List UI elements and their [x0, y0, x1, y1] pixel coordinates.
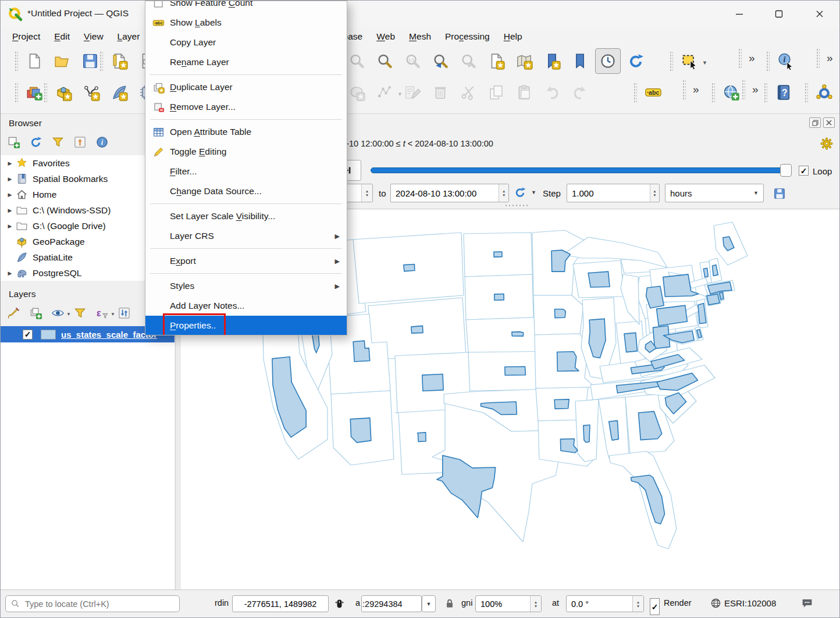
magnifier-box[interactable]: ▲▼ — [475, 595, 542, 612]
zoom-native-button[interactable]: 1:1 — [400, 48, 425, 74]
menubar-item-layer[interactable]: Layer — [111, 28, 147, 45]
refresh-map-button[interactable] — [623, 48, 649, 74]
coordinate-box[interactable] — [232, 595, 329, 612]
range-end-spinner[interactable]: ▲▼ — [499, 184, 508, 202]
menubar-item-mesh[interactable]: Mesh — [402, 28, 438, 45]
dropdown-caret-icon[interactable]: ▼ — [702, 60, 707, 66]
new-3d-map-view-button[interactable] — [511, 48, 537, 74]
coordinate-input[interactable] — [233, 599, 328, 609]
messages-bubble-icon[interactable] — [801, 597, 813, 614]
menubar-item-help[interactable]: Help — [497, 28, 529, 45]
menubar-item-processing[interactable]: Processing — [438, 28, 497, 45]
toolbar-overflow-button[interactable]: » — [749, 83, 762, 96]
delete-selected-button[interactable] — [428, 80, 453, 105]
step-unit-combo[interactable]: hours ▼ — [665, 184, 764, 202]
panel-close-button[interactable] — [823, 117, 835, 128]
scale-dropdown-button[interactable]: ▼ — [422, 595, 436, 612]
rotation-input[interactable] — [567, 599, 619, 609]
new-map-view-button[interactable] — [483, 48, 509, 74]
browser-properties-button[interactable]: i — [92, 133, 111, 151]
new-print-layout-button[interactable] — [106, 48, 132, 74]
maximize-button[interactable] — [766, 5, 792, 23]
menubar-item-project[interactable]: Project — [5, 28, 47, 45]
new-spatialite-layer-button[interactable] — [106, 80, 132, 105]
range-start-spinner[interactable]: ▲▼ — [361, 184, 372, 202]
paste-features-button[interactable] — [511, 80, 537, 105]
new-shapefile-layer-button[interactable] — [79, 80, 104, 105]
layer-visibility-checkbox[interactable]: ✓ — [23, 330, 33, 340]
menu-item-export[interactable]: Export▶ — [145, 251, 347, 271]
add-group-button[interactable] — [26, 304, 45, 321]
menu-item-styles[interactable]: Styles▶ — [145, 276, 347, 296]
current-edits-button[interactable] — [344, 80, 369, 105]
open-project-button[interactable] — [49, 48, 75, 74]
menu-item-filter[interactable]: Filter... — [145, 162, 347, 181]
expand-chevron-icon[interactable]: ▶ — [5, 208, 15, 213]
modify-attributes-button[interactable] — [400, 80, 425, 105]
redo-button[interactable] — [567, 80, 593, 105]
select-features-button[interactable]: ▼ — [677, 48, 702, 74]
menubar-item-view[interactable]: View — [77, 28, 111, 45]
filter-legend-button[interactable] — [70, 304, 89, 321]
new-project-button[interactable] — [22, 48, 47, 74]
temporal-refresh-icon[interactable] — [514, 186, 526, 199]
help-contents-button[interactable]: ? — [771, 80, 796, 105]
collapse-all-button[interactable] — [70, 133, 89, 151]
export-animation-button[interactable] — [770, 184, 789, 203]
expand-chevron-icon[interactable]: ▶ — [5, 192, 15, 198]
menu-item-rename-layer[interactable]: Rename Layer — [145, 52, 347, 72]
panel-resize-handle[interactable] — [504, 204, 530, 207]
rotation-box[interactable]: ▲▼ — [566, 595, 644, 612]
identify-features-button[interactable]: i — [773, 48, 799, 74]
metasearch-button[interactable] — [718, 80, 744, 105]
crs-value[interactable]: ESRI:102008 — [724, 598, 776, 608]
scale-lock-icon[interactable] — [444, 598, 455, 615]
toolbar-overflow-button[interactable]: » — [823, 52, 837, 65]
render-checkbox[interactable]: ✓ — [650, 598, 660, 615]
expand-collapse-layers-button[interactable] — [115, 304, 133, 321]
magnifier-spinner[interactable]: ▲▼ — [530, 596, 541, 612]
menu-item-open-attribute-table[interactable]: Open Attribute Table — [145, 122, 347, 142]
vertex-tool-button[interactable]: ▼ — [372, 80, 397, 105]
refresh-caret-icon[interactable]: ▼ — [531, 190, 536, 195]
range-end-field[interactable]: ▲▼ — [390, 184, 509, 202]
step-input[interactable] — [567, 188, 650, 198]
filter-by-expression-button[interactable]: ε▼ — [92, 304, 111, 321]
zoom-out-button[interactable] — [344, 48, 369, 74]
toolbar-overflow-button[interactable]: » — [689, 83, 703, 96]
menu-item-add-layer-notes[interactable]: Add Layer Notes... — [145, 296, 347, 316]
zoom-in-button[interactable] — [372, 48, 397, 74]
menu-item-remove-layer[interactable]: Remove Layer... — [145, 97, 347, 117]
locate-input[interactable] — [24, 599, 172, 609]
temporal-settings-gear-icon[interactable] — [820, 137, 834, 151]
loop-checkbox[interactable]: ✓ — [799, 166, 809, 176]
cut-features-button[interactable] — [455, 80, 481, 105]
step-field[interactable]: ▲▼ — [567, 184, 660, 202]
new-geopackage-layer-button[interactable] — [51, 80, 76, 105]
minimize-button[interactable] — [726, 5, 753, 23]
rotation-spinner[interactable]: ▲▼ — [632, 596, 643, 612]
extent-toggle-icon[interactable] — [333, 598, 346, 615]
menu-item-show-feature-count[interactable]: Show Feature Count — [145, 1, 347, 13]
undo-button[interactable] — [539, 80, 565, 105]
scale-box[interactable]: 1:29294384 — [361, 595, 422, 612]
expand-chevron-icon[interactable]: ▶ — [5, 223, 15, 229]
expand-chevron-icon[interactable]: ▶ — [5, 270, 15, 276]
temporal-slider-track[interactable] — [371, 167, 787, 173]
open-layer-styling-button[interactable] — [4, 304, 23, 321]
temporal-slider-handle[interactable] — [780, 164, 792, 177]
menu-item-copy-layer[interactable]: Copy Layer — [145, 33, 347, 52]
copy-features-button[interactable] — [483, 80, 509, 105]
menu-item-duplicate-layer[interactable]: Duplicate Layer — [145, 77, 347, 97]
range-end-input[interactable] — [391, 188, 499, 198]
step-spinner[interactable]: ▲▼ — [650, 184, 659, 202]
zoom-last-button[interactable] — [428, 48, 453, 74]
menubar-item-edit[interactable]: Edit — [47, 28, 77, 45]
toolbar-overflow-button[interactable]: » — [745, 52, 759, 65]
temporal-controller-button[interactable] — [595, 48, 621, 74]
show-spatial-bookmarks-button[interactable] — [567, 48, 593, 74]
menu-item-set-layer-scale-visibility[interactable]: Set Layer Scale Visibility... — [145, 206, 347, 226]
magnifier-input[interactable] — [476, 599, 517, 609]
crs-globe-icon[interactable] — [710, 598, 721, 615]
menu-item-change-data-source[interactable]: Change Data Source... — [145, 181, 347, 201]
